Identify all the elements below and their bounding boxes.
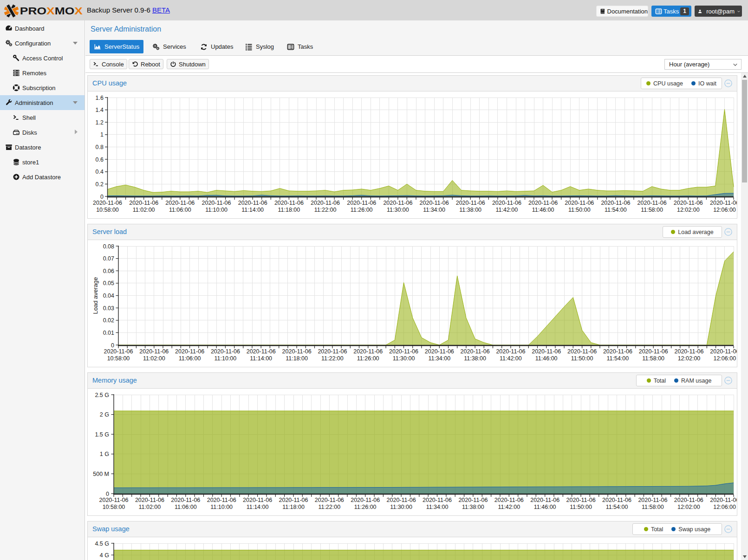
svg-text:2020-11-06: 2020-11-06	[311, 200, 340, 206]
svg-text:10:58:00: 10:58:00	[107, 355, 130, 362]
svg-text:2020-11-06: 2020-11-06	[423, 497, 452, 503]
svg-text:2020-11-06: 2020-11-06	[674, 200, 703, 206]
svg-text:1.2: 1.2	[96, 119, 104, 126]
svg-text:2020-11-06: 2020-11-06	[496, 348, 525, 355]
svg-text:11:58:00: 11:58:00	[642, 504, 664, 510]
svg-text:11:42:00: 11:42:00	[500, 355, 522, 362]
svg-text:11:34:00: 11:34:00	[428, 355, 450, 362]
svg-text:2020-11-06: 2020-11-06	[710, 200, 737, 206]
svg-text:0.08: 0.08	[103, 243, 114, 250]
svg-text:2.5 G: 2.5 G	[95, 392, 109, 398]
svg-text:11:46:00: 11:46:00	[532, 207, 554, 213]
svg-text:11:30:00: 11:30:00	[390, 504, 412, 510]
svg-text:11:42:00: 11:42:00	[498, 504, 520, 510]
svg-text:2020-11-06: 2020-11-06	[93, 200, 122, 206]
svg-text:2020-11-06: 2020-11-06	[420, 200, 449, 206]
svg-text:11:46:00: 11:46:00	[535, 355, 558, 362]
svg-text:2020-11-06: 2020-11-06	[674, 497, 703, 503]
svg-text:1.5 G: 1.5 G	[95, 431, 109, 438]
svg-text:2020-11-06: 2020-11-06	[202, 200, 231, 206]
svg-text:10:58:00: 10:58:00	[103, 504, 125, 510]
svg-text:11:58:00: 11:58:00	[642, 355, 664, 362]
svg-text:2020-11-06: 2020-11-06	[211, 348, 240, 355]
svg-text:0.04: 0.04	[103, 293, 114, 299]
svg-text:2020-11-06: 2020-11-06	[171, 497, 200, 503]
svg-text:12:06:00: 12:06:00	[713, 355, 736, 362]
svg-text:11:10:00: 11:10:00	[210, 504, 233, 510]
svg-text:11:22:00: 11:22:00	[318, 504, 340, 510]
svg-text:11:50:00: 11:50:00	[571, 355, 593, 362]
svg-text:0.8: 0.8	[96, 144, 104, 150]
svg-text:2020-11-06: 2020-11-06	[351, 497, 380, 503]
svg-text:2020-11-06: 2020-11-06	[425, 348, 454, 355]
svg-text:2020-11-06: 2020-11-06	[315, 497, 344, 503]
svg-text:2020-11-06: 2020-11-06	[492, 200, 521, 206]
svg-text:2020-11-06: 2020-11-06	[243, 497, 272, 503]
svg-text:11:30:00: 11:30:00	[393, 355, 415, 362]
svg-text:2020-11-06: 2020-11-06	[387, 497, 416, 503]
svg-text:2020-11-06: 2020-11-06	[565, 200, 594, 206]
svg-text:0.07: 0.07	[103, 255, 114, 262]
svg-text:0: 0	[106, 491, 109, 497]
svg-text:11:14:00: 11:14:00	[250, 355, 272, 362]
svg-text:1: 1	[100, 131, 104, 138]
svg-text:2020-11-06: 2020-11-06	[104, 348, 133, 355]
svg-text:11:26:00: 11:26:00	[354, 504, 377, 510]
svg-text:12:06:00: 12:06:00	[713, 504, 736, 510]
svg-text:12:02:00: 12:02:00	[677, 207, 700, 213]
svg-text:11:38:00: 11:38:00	[459, 207, 481, 213]
svg-text:11:06:00: 11:06:00	[175, 504, 197, 510]
svg-text:2020-11-06: 2020-11-06	[601, 200, 630, 206]
svg-text:Load average: Load average	[92, 277, 99, 314]
svg-text:11:46:00: 11:46:00	[534, 504, 556, 510]
svg-text:11:26:00: 11:26:00	[351, 207, 373, 213]
svg-text:11:42:00: 11:42:00	[496, 207, 518, 213]
svg-text:2020-11-06: 2020-11-06	[567, 348, 597, 355]
svg-text:11:38:00: 11:38:00	[462, 504, 484, 510]
svg-text:11:06:00: 11:06:00	[179, 355, 201, 362]
svg-text:1 G: 1 G	[100, 451, 109, 457]
svg-text:11:26:00: 11:26:00	[357, 355, 379, 362]
svg-text:2020-11-06: 2020-11-06	[135, 497, 164, 503]
svg-text:11:54:00: 11:54:00	[607, 355, 629, 362]
svg-text:11:22:00: 11:22:00	[314, 207, 337, 213]
svg-text:2020-11-06: 2020-11-06	[353, 348, 383, 355]
svg-text:11:34:00: 11:34:00	[426, 504, 449, 510]
svg-text:11:02:00: 11:02:00	[133, 207, 155, 213]
svg-text:2020-11-06: 2020-11-06	[99, 497, 128, 503]
svg-text:2020-11-06: 2020-11-06	[602, 497, 631, 503]
svg-text:12:02:00: 12:02:00	[677, 504, 700, 510]
svg-text:2020-11-06: 2020-11-06	[282, 348, 312, 355]
svg-text:0: 0	[100, 194, 104, 200]
svg-text:11:38:00: 11:38:00	[464, 355, 486, 362]
svg-text:2020-11-06: 2020-11-06	[456, 200, 485, 206]
svg-text:11:54:00: 11:54:00	[605, 207, 627, 213]
svg-text:1.4: 1.4	[96, 107, 104, 113]
svg-text:11:54:00: 11:54:00	[606, 504, 628, 510]
svg-text:2020-11-06: 2020-11-06	[530, 497, 559, 503]
svg-text:10:58:00: 10:58:00	[96, 207, 119, 213]
svg-text:2020-11-06: 2020-11-06	[638, 497, 667, 503]
svg-text:11:50:00: 11:50:00	[568, 207, 591, 213]
svg-text:2020-11-06: 2020-11-06	[318, 348, 347, 355]
svg-text:2020-11-06: 2020-11-06	[389, 348, 418, 355]
svg-text:2020-11-06: 2020-11-06	[674, 348, 703, 355]
svg-text:2020-11-06: 2020-11-06	[347, 200, 376, 206]
svg-text:11:14:00: 11:14:00	[241, 207, 264, 213]
svg-text:4 G: 4 G	[100, 552, 109, 559]
svg-text:2020-11-06: 2020-11-06	[247, 348, 276, 355]
svg-text:0.6: 0.6	[96, 156, 104, 163]
svg-text:2020-11-06: 2020-11-06	[165, 200, 195, 206]
svg-text:11:30:00: 11:30:00	[387, 207, 409, 213]
svg-text:0.05: 0.05	[103, 280, 114, 287]
svg-text:2020-11-06: 2020-11-06	[637, 200, 667, 206]
svg-text:12:02:00: 12:02:00	[678, 355, 701, 362]
svg-text:2020-11-06: 2020-11-06	[461, 348, 490, 355]
svg-text:11:06:00: 11:06:00	[169, 207, 191, 213]
svg-text:500 M: 500 M	[93, 471, 109, 477]
svg-text:11:10:00: 11:10:00	[215, 355, 237, 362]
svg-text:2020-11-06: 2020-11-06	[603, 348, 632, 355]
svg-text:4.5 G: 4.5 G	[95, 540, 109, 547]
svg-text:2020-11-06: 2020-11-06	[710, 497, 737, 503]
svg-text:0.02: 0.02	[103, 317, 114, 324]
